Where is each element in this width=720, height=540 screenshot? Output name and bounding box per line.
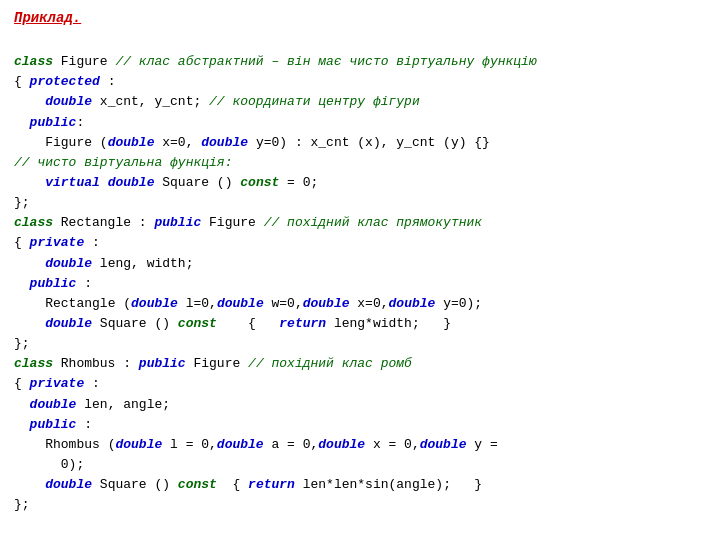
- code-text: :: [84, 235, 100, 250]
- code-text: Figure: [201, 215, 263, 230]
- code-text: [14, 417, 30, 432]
- code-text: {: [217, 316, 279, 331]
- comment: // координати центру фігури: [209, 94, 420, 109]
- code-text: };: [14, 336, 30, 351]
- code-text: Figure: [53, 54, 115, 69]
- keyword-double: double: [201, 135, 248, 150]
- code-text: l=0,: [178, 296, 217, 311]
- page: Приклад. class Figure // клас абстрактни…: [0, 0, 720, 540]
- keyword-const: const: [178, 316, 217, 331]
- code-text: = 0;: [279, 175, 318, 190]
- code-text: };: [14, 497, 30, 512]
- keyword-double: double: [108, 135, 155, 150]
- keyword-public: public: [30, 276, 77, 291]
- code-block: class Figure // клас абстрактний – він м…: [14, 32, 706, 536]
- keyword-double: double: [45, 477, 92, 492]
- comment: // клас абстрактний – він має чисто вірт…: [115, 54, 536, 69]
- keyword-class: class: [14, 215, 53, 230]
- code-text: {: [14, 376, 30, 391]
- keyword-double: double: [217, 437, 264, 452]
- code-text: w=0,: [264, 296, 303, 311]
- code-text: a = 0,: [264, 437, 319, 452]
- code-text: 0);: [14, 457, 84, 472]
- code-text: Rhombus :: [53, 356, 139, 371]
- keyword-double: double: [420, 437, 467, 452]
- keyword-class: class: [14, 356, 53, 371]
- code-text: x = 0,: [365, 437, 420, 452]
- code-text: :: [76, 115, 84, 130]
- code-text: x=0,: [154, 135, 201, 150]
- keyword-private: private: [30, 235, 85, 250]
- code-text: {: [14, 235, 30, 250]
- keyword-public: public: [139, 356, 186, 371]
- code-text: [14, 477, 45, 492]
- code-text: y=0);: [435, 296, 482, 311]
- code-text: [14, 397, 30, 412]
- keyword-double: double: [45, 316, 92, 331]
- code-text: :: [76, 276, 92, 291]
- code-text: Square (): [92, 316, 178, 331]
- code-text: [14, 316, 45, 331]
- code-text: Rhombus (: [14, 437, 115, 452]
- comment: // чисто віртуальна функція:: [14, 155, 232, 170]
- keyword-return: return: [248, 477, 295, 492]
- keyword-double: double: [318, 437, 365, 452]
- code-text: Rectangle :: [53, 215, 154, 230]
- keyword-double: double: [45, 256, 92, 271]
- code-text: Figure (: [14, 135, 108, 150]
- keyword-public: public: [30, 115, 77, 130]
- code-text: [14, 94, 45, 109]
- keyword-double: double: [303, 296, 350, 311]
- keyword-double: double: [115, 437, 162, 452]
- code-text: {: [217, 477, 248, 492]
- code-text: [100, 175, 108, 190]
- code-text: :: [100, 74, 116, 89]
- code-text: [14, 256, 45, 271]
- keyword-double: double: [389, 296, 436, 311]
- code-text: [14, 276, 30, 291]
- keyword-protected: protected: [30, 74, 100, 89]
- code-text: :: [84, 376, 100, 391]
- code-text: Figure: [186, 356, 248, 371]
- code-text: };: [14, 195, 30, 210]
- keyword-private: private: [30, 376, 85, 391]
- keyword-double: double: [108, 175, 155, 190]
- keyword-public: public: [30, 417, 77, 432]
- comment: // похідний клас ромб: [248, 356, 412, 371]
- code-text: Square (): [92, 477, 178, 492]
- code-text: {: [14, 74, 30, 89]
- keyword-const: const: [240, 175, 279, 190]
- keyword-double: double: [45, 94, 92, 109]
- comment: // похідний клас прямокутник: [264, 215, 482, 230]
- code-text: Square (): [154, 175, 240, 190]
- keyword-const: const: [178, 477, 217, 492]
- keyword-public: public: [154, 215, 201, 230]
- code-text: [14, 175, 45, 190]
- code-text: leng, width;: [92, 256, 193, 271]
- code-text: x_cnt, y_cnt;: [92, 94, 209, 109]
- code-text: leng*width; }: [326, 316, 451, 331]
- code-text: l = 0,: [162, 437, 217, 452]
- keyword-double: double: [30, 397, 77, 412]
- keyword-double: double: [131, 296, 178, 311]
- keyword-virtual: virtual: [45, 175, 100, 190]
- code-text: :: [76, 417, 92, 432]
- code-text: [14, 115, 30, 130]
- page-title: Приклад.: [14, 10, 706, 26]
- code-text: x=0,: [350, 296, 389, 311]
- keyword-double: double: [217, 296, 264, 311]
- keyword-class: class: [14, 54, 53, 69]
- code-text: y =: [467, 437, 498, 452]
- code-text: len*len*sin(angle); }: [295, 477, 482, 492]
- code-text: len, angle;: [76, 397, 170, 412]
- code-text: Rectangle (: [14, 296, 131, 311]
- keyword-return: return: [279, 316, 326, 331]
- code-text: y=0) : x_cnt (x), y_cnt (y) {}: [248, 135, 490, 150]
